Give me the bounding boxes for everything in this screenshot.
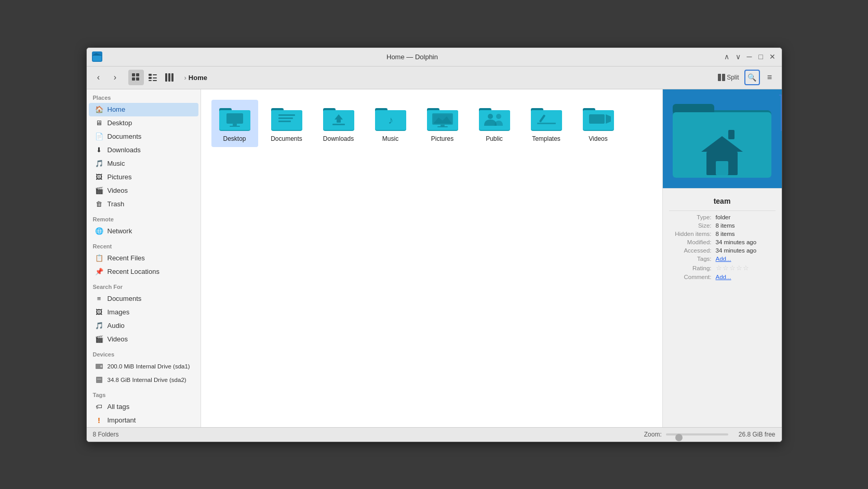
menu-button[interactable]: ≡ (762, 70, 778, 85)
svg-rect-8 (153, 74, 157, 75)
breadcrumb: › Home (180, 74, 712, 82)
star-3[interactable]: ☆ (729, 264, 736, 272)
search-button[interactable]: 🔍 (744, 70, 760, 85)
svg-rect-54 (479, 110, 510, 130)
file-item-documents[interactable]: Documents (263, 100, 310, 148)
preview-comment-key: Comment: (669, 274, 716, 280)
preview-info: team Type: folder Size: 8 items Hidden i… (663, 188, 782, 285)
videos-icon: 🎬 (95, 187, 103, 195)
svg-rect-10 (153, 77, 157, 78)
file-item-public[interactable]: Public (471, 100, 518, 148)
sidebar: Places 🏠 Home 🖥 Desktop 📄 Documents ⬇ Do… (87, 89, 201, 427)
preview-row-tags: Tags: Add... (669, 255, 776, 263)
preview-modified-val: 34 minutes ago (716, 239, 776, 245)
svg-rect-31 (278, 114, 295, 116)
sidebar-search-documents[interactable]: ≡ Documents (89, 292, 198, 306)
preview-row-modified: Modified: 34 minutes ago (669, 238, 776, 246)
recent-locations-icon: 📌 (95, 268, 103, 276)
svg-point-19 (100, 365, 102, 367)
star-4[interactable]: ☆ (736, 264, 742, 272)
sidebar-item-downloads[interactable]: ⬇ Downloads (89, 143, 198, 157)
svg-rect-73 (728, 130, 735, 139)
sidebar-item-trash[interactable]: 🗑 Trash (89, 197, 198, 211)
sidebar-item-sda2-label: 34.8 GiB Internal Drive (sda2) (108, 377, 186, 383)
sidebar-item-pictures-label: Pictures (108, 173, 132, 181)
sidebar-item-pictures[interactable]: 🖼 Pictures (89, 170, 198, 184)
star-5[interactable]: ☆ (743, 264, 749, 272)
sidebar-search-videos[interactable]: 🎬 Videos (89, 333, 198, 346)
sidebar-item-sda1[interactable]: 200.0 MiB Internal Drive (sda1) (89, 360, 198, 373)
file-item-desktop[interactable]: Desktop (211, 100, 258, 148)
star-1[interactable]: ☆ (716, 264, 722, 272)
preview-rating-key: Rating: (669, 265, 716, 271)
folder-count: 8 Folders (93, 431, 119, 438)
forward-button[interactable]: › (108, 70, 123, 85)
preview-image (663, 89, 782, 188)
preview-row-size: Size: 8 items (669, 221, 776, 230)
icons-view-button[interactable] (128, 70, 144, 85)
tags-header: Tags (87, 387, 201, 400)
svg-rect-11 (149, 80, 152, 81)
sidebar-item-documents[interactable]: 📄 Documents (89, 130, 198, 143)
svg-rect-61 (537, 123, 556, 124)
all-tags-icon: 🏷 (95, 403, 103, 411)
preview-hidden-key: Hidden items: (669, 231, 716, 237)
sidebar-search-videos-label: Videos (108, 335, 128, 343)
recent-files-icon: 📋 (95, 254, 103, 262)
zoom-control: Zoom: (644, 430, 728, 439)
sidebar-item-downloads-label: Downloads (108, 146, 141, 154)
back-button[interactable]: ‹ (91, 70, 106, 85)
file-item-music[interactable]: ♪ Music (367, 100, 414, 148)
sidebar-item-desktop[interactable]: 🖥 Desktop (89, 116, 198, 130)
breadcrumb-current[interactable]: Home (189, 74, 207, 82)
sidebar-item-sda1-label: 200.0 MiB Internal Drive (sda1) (108, 363, 190, 369)
chevron-down-btn[interactable]: ∨ (734, 52, 742, 61)
columns-icon (165, 73, 173, 82)
recent-header: Recent (87, 238, 201, 252)
sidebar-item-important[interactable]: ! Important (89, 414, 198, 427)
file-item-downloads[interactable]: Downloads (315, 100, 362, 148)
preview-tags-val[interactable]: Add... (716, 256, 776, 262)
maximize-btn[interactable]: □ (757, 52, 765, 61)
file-label-desktop: Desktop (223, 135, 246, 143)
sidebar-item-all-tags[interactable]: 🏷 All tags (89, 400, 198, 414)
columns-view-button[interactable] (162, 70, 177, 85)
zoom-slider[interactable] (666, 430, 728, 439)
preview-comment-val[interactable]: Add... (716, 274, 776, 280)
star-2[interactable]: ☆ (723, 264, 729, 272)
file-item-videos[interactable]: Videos (575, 100, 622, 148)
file-item-templates[interactable]: Templates (523, 100, 570, 148)
sidebar-item-documents-label: Documents (108, 133, 142, 140)
sidebar-item-recent-files[interactable]: 📋 Recent Files (89, 252, 198, 265)
sidebar-item-sda2[interactable]: 34.8 GiB Internal Drive (sda2) (89, 373, 198, 387)
sidebar-search-images[interactable]: 🖼 Images (89, 306, 198, 319)
chevron-up-btn[interactable]: ∧ (723, 52, 731, 61)
devices-header: Devices (87, 346, 201, 360)
file-label-public: Public (486, 135, 503, 143)
file-item-pictures[interactable]: Pictures (419, 100, 466, 148)
svg-rect-65 (589, 114, 605, 124)
sidebar-item-recent-locations[interactable]: 📌 Recent Locations (89, 265, 198, 279)
split-button[interactable]: Split (715, 72, 742, 83)
sidebar-item-music[interactable]: 🎵 Music (89, 157, 198, 170)
svg-rect-17 (722, 74, 725, 81)
minimize-btn[interactable]: ─ (745, 52, 754, 61)
sidebar-item-network[interactable]: 🌐 Network (89, 224, 198, 238)
zoom-track (666, 433, 728, 435)
svg-rect-33 (278, 121, 291, 122)
search-header: Search For (87, 279, 201, 292)
preview-modified-key: Modified: (669, 239, 716, 245)
toolbar: ‹ › (87, 67, 782, 89)
sidebar-item-music-label: Music (108, 160, 125, 167)
folder-icon-pictures (426, 104, 459, 133)
details-view-button[interactable] (145, 70, 161, 85)
stars[interactable]: ☆ ☆ ☆ ☆ ☆ (716, 264, 776, 272)
sidebar-item-videos[interactable]: 🎬 Videos (89, 184, 198, 197)
trash-icon: 🗑 (95, 200, 103, 208)
zoom-thumb[interactable] (675, 434, 683, 441)
sidebar-item-home[interactable]: 🏠 Home (89, 103, 198, 116)
sidebar-search-audio[interactable]: 🎵 Audio (89, 319, 198, 333)
close-btn[interactable]: ✕ (768, 52, 777, 61)
svg-rect-6 (136, 77, 139, 81)
svg-rect-20 (96, 377, 102, 383)
